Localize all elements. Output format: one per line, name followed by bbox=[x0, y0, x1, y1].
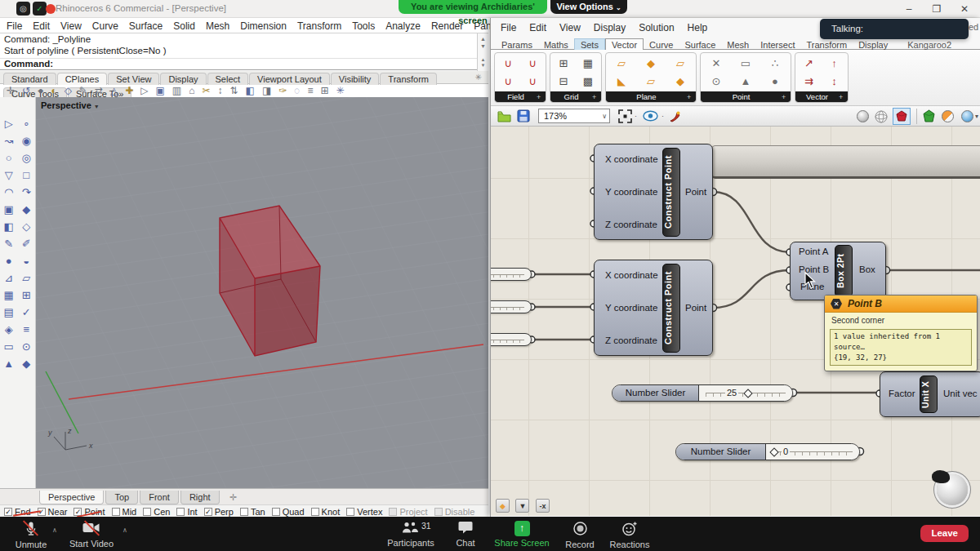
rhino-menu-item[interactable]: Curve bbox=[92, 20, 118, 32]
gh-group-label[interactable]: Field+ bbox=[495, 91, 546, 102]
rhino-menu-item[interactable]: View bbox=[60, 20, 82, 32]
toolbar-icon[interactable]: ↕ bbox=[218, 85, 223, 96]
osnap-checkbox[interactable] bbox=[434, 508, 443, 516]
slider-grip[interactable] bbox=[743, 389, 752, 398]
sidebar-tool-icon[interactable]: ⊿ bbox=[4, 272, 13, 284]
rhino-menu-item[interactable]: Tools bbox=[352, 20, 375, 32]
osnap-checkbox[interactable] bbox=[240, 508, 248, 516]
sidebar-tool-icon[interactable]: ○ bbox=[6, 152, 12, 164]
toolbar-icon[interactable]: ✛ bbox=[7, 85, 15, 96]
input-point-a[interactable]: Point A bbox=[799, 247, 828, 256]
toolbar-icon[interactable]: ▣ bbox=[156, 85, 165, 96]
expand-icon[interactable]: + bbox=[782, 93, 791, 101]
rhino-menu-item[interactable]: Edit bbox=[33, 20, 50, 32]
osnap-checkbox[interactable] bbox=[176, 508, 185, 516]
share-screen-button[interactable]: ↑ Share Screen bbox=[490, 521, 554, 548]
sidebar-tool-icon[interactable]: ▷ bbox=[5, 118, 13, 130]
output-unit-vector[interactable]: Unit vec bbox=[943, 389, 978, 398]
osnap-vertex[interactable]: Vertex bbox=[346, 507, 382, 517]
no-preview-icon[interactable] bbox=[857, 110, 869, 122]
expand-icon[interactable]: + bbox=[839, 93, 848, 101]
toolbar-icon[interactable]: ⌂ bbox=[189, 85, 194, 96]
chevron-up-icon[interactable]: ∧ bbox=[52, 527, 57, 534]
toolbar-icon[interactable]: ◨ bbox=[262, 85, 271, 96]
gh-tab-intersect[interactable]: Intersect bbox=[755, 39, 800, 51]
gh-tab-mesh[interactable]: Mesh bbox=[721, 39, 755, 51]
sidebar-tool-icon[interactable]: ◈ bbox=[5, 323, 13, 335]
toolbar-icon[interactable]: ✑ bbox=[278, 85, 287, 96]
sidebar-tool-icon[interactable]: ◇ bbox=[22, 220, 30, 233]
edge-slider[interactable] bbox=[491, 268, 532, 281]
start-video-button[interactable]: Start Video bbox=[65, 521, 118, 549]
participants-button[interactable]: 31 Participants bbox=[384, 521, 438, 548]
blue-sphere-icon[interactable] bbox=[961, 110, 973, 122]
toolbar-icon[interactable]: ▷ bbox=[140, 85, 148, 96]
box-2pt-node[interactable]: Point A Point B Plane Box 2Pt Box bbox=[790, 242, 886, 300]
field-component-icon[interactable]: ∪ bbox=[528, 75, 537, 87]
toolbar-tab-standard[interactable]: Standard bbox=[3, 73, 56, 85]
input-x-coordinate[interactable]: X coordinate bbox=[605, 154, 658, 164]
osnap-mid[interactable]: Mid bbox=[112, 507, 137, 517]
field-component-icon[interactable]: ∪ bbox=[504, 57, 512, 69]
toolbar-icon[interactable]: ⇄ bbox=[95, 85, 103, 96]
sidebar-tool-icon[interactable]: ◆ bbox=[22, 203, 30, 216]
input-y-coordinate[interactable]: Y coordinate bbox=[605, 303, 657, 313]
sidebar-tool-icon[interactable]: ▭ bbox=[4, 340, 14, 353]
reactions-button[interactable]: Reactions bbox=[606, 521, 653, 549]
construct-point-node-1[interactable]: X coordinate Y coordinate Z coordinate C… bbox=[594, 144, 713, 240]
viewport-tab-front[interactable]: Front bbox=[140, 491, 179, 504]
toolbar-icon[interactable]: △ bbox=[110, 85, 118, 96]
osnap-checkbox[interactable] bbox=[143, 508, 151, 516]
download-widget-icon[interactable]: ▼ bbox=[515, 499, 529, 513]
gh-group-label[interactable]: Grid+ bbox=[550, 91, 601, 102]
overlay-app-icon[interactable]: ◎ bbox=[16, 2, 30, 16]
osnap-disable[interactable]: Disable bbox=[434, 507, 475, 517]
osnap-int[interactable]: Int bbox=[176, 507, 197, 517]
sidebar-tool-icon[interactable]: ◧ bbox=[4, 220, 14, 233]
chevron-down-icon[interactable]: ▾ bbox=[975, 113, 978, 120]
gh-tab-surface[interactable]: Surface bbox=[679, 39, 721, 51]
view-options-button[interactable]: View Options ⌄ bbox=[550, 0, 627, 14]
osnap-checkbox[interactable] bbox=[112, 508, 120, 516]
field-component-icon[interactable]: ∪ bbox=[528, 57, 537, 69]
slider-name-label[interactable]: Number Slider bbox=[676, 444, 766, 460]
input-x-coordinate[interactable]: X coordinate bbox=[605, 270, 658, 280]
leave-button[interactable]: Leave bbox=[920, 525, 969, 542]
component-name-label[interactable]: Unit X bbox=[920, 375, 938, 413]
toolbar-icon[interactable]: ◇ bbox=[65, 85, 72, 96]
rhino-menu-item[interactable]: File bbox=[7, 20, 22, 32]
save-file-icon[interactable] bbox=[517, 109, 530, 122]
rhino-menu-item[interactable]: Surface bbox=[129, 20, 163, 32]
gh-tab-transform[interactable]: Transform bbox=[800, 39, 853, 51]
osnap-knot[interactable]: Knot bbox=[311, 507, 341, 517]
toolbar-icon[interactable]: ⇅ bbox=[230, 85, 238, 96]
plane-component-icon[interactable]: ▱ bbox=[617, 57, 626, 69]
unmute-button[interactable]: Unmute bbox=[8, 521, 54, 549]
x-widget-icon[interactable]: -x bbox=[536, 499, 550, 513]
preview-eye-icon[interactable] bbox=[643, 110, 658, 122]
osnap-checkbox[interactable] bbox=[311, 508, 319, 516]
grid-component-icon[interactable]: ⊞ bbox=[559, 57, 568, 69]
grid-component-icon[interactable]: ▦ bbox=[583, 57, 593, 69]
sidebar-tool-icon[interactable]: □ bbox=[23, 169, 29, 181]
osnap-checkbox[interactable] bbox=[389, 508, 397, 516]
command-area[interactable]: Command: _Polyline Start of polyline ( P… bbox=[0, 33, 488, 70]
maximize-button[interactable]: ❐ bbox=[924, 1, 949, 17]
sidebar-tool-icon[interactable]: ▱ bbox=[22, 272, 30, 284]
toolbar-icon[interactable]: ↺ bbox=[22, 85, 30, 96]
gh-tab-curve[interactable]: Curve bbox=[644, 39, 679, 51]
toolbar-icon[interactable]: ▥ bbox=[172, 85, 181, 96]
plane-component-icon[interactable]: ▱ bbox=[647, 75, 655, 87]
field-component-icon[interactable]: ∪ bbox=[504, 75, 512, 87]
output-point[interactable]: Point bbox=[685, 303, 706, 313]
gh-tab-display[interactable]: Display bbox=[853, 39, 893, 51]
osnap-checkbox[interactable] bbox=[272, 508, 280, 516]
expand-icon[interactable]: + bbox=[687, 93, 696, 101]
sidebar-tool-icon[interactable]: ◆ bbox=[22, 358, 30, 370]
sidebar-tool-icon[interactable]: ◎ bbox=[22, 152, 31, 164]
gh-group-label[interactable]: Vector+ bbox=[795, 91, 848, 102]
sidebar-tool-icon[interactable]: ◠ bbox=[4, 186, 13, 198]
gh-menu-item[interactable]: Display bbox=[594, 22, 626, 33]
slider-grip[interactable] bbox=[769, 447, 778, 456]
gh-tab-params[interactable]: Params bbox=[496, 39, 538, 51]
